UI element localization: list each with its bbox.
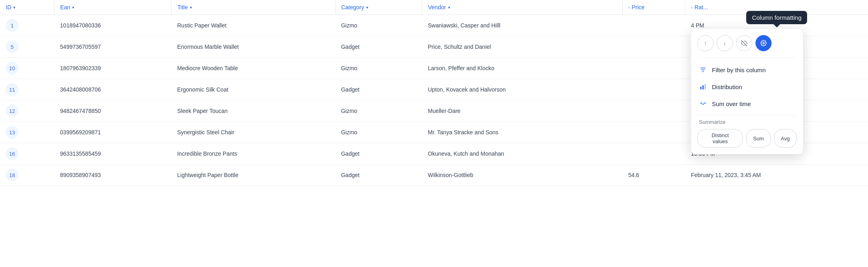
column-header-ean[interactable]: Ean ▾ (54, 0, 171, 15)
summarize-section-label: Summarize (699, 119, 795, 125)
move-up-button[interactable]: ↑ (697, 35, 714, 51)
svg-rect-7 (705, 84, 706, 90)
cell-ean: 0399569209871 (54, 122, 171, 143)
cell-category: Gadget (335, 165, 422, 186)
filter-icon (699, 66, 707, 73)
column-header-title[interactable]: Title ▾ (171, 0, 335, 15)
chevron-down-icon: ▾ (72, 5, 74, 10)
cell-vendor: Okuneva, Kutch and Monahan (422, 143, 623, 165)
cell-rating: February 11, 2023, 3:45 AM (685, 165, 868, 186)
cell-vendor: Price, Schultz and Daniel (422, 36, 623, 58)
cell-vendor: Mr. Tanya Stracke and Sons (422, 122, 623, 143)
distinct-values-button[interactable]: Distinct values (697, 129, 743, 148)
cell-ean: 9633135585459 (54, 143, 171, 165)
cell-ean: 8909358907493 (54, 165, 171, 186)
cell-title: Synergistic Steel Chair (171, 122, 335, 143)
cell-id: 10 (0, 58, 54, 79)
cell-title: Mediocre Wooden Table (171, 58, 335, 79)
hide-column-button[interactable] (736, 35, 752, 51)
column-header-id[interactable]: ID ▾ (0, 0, 54, 15)
cell-title: Lightweight Paper Bottle (171, 165, 335, 186)
popup-divider-2 (697, 115, 797, 116)
cell-category: Gadget (335, 79, 422, 100)
chevron-down-icon: ▾ (366, 5, 368, 10)
svg-rect-4 (702, 71, 704, 72)
filter-by-column-item[interactable]: Filter by this column (697, 61, 797, 78)
cell-title: Enormous Marble Wallet (171, 36, 335, 58)
table-row: 18 8909358907493 Lightweight Paper Bottl… (0, 165, 868, 186)
cell-vendor: Mueller-Dare (422, 100, 623, 122)
cell-vendor: Wilkinson-Gottlieb (422, 165, 623, 186)
cell-ean: 1807963902339 (54, 58, 171, 79)
distribution-item[interactable]: Distribution (697, 78, 797, 95)
cell-id: 12 (0, 100, 54, 122)
cell-price (622, 36, 685, 58)
cell-price (622, 100, 685, 122)
svg-rect-6 (703, 85, 704, 90)
cell-title: Incredible Bronze Pants (171, 143, 335, 165)
cell-category: Gadget (335, 36, 422, 58)
avg-button[interactable]: Avg (774, 129, 797, 148)
sum-over-time-label: Sum over time (712, 100, 751, 107)
cell-price (622, 122, 685, 143)
cell-category: Gizmo (335, 15, 422, 36)
svg-rect-5 (700, 87, 701, 90)
popup-action-buttons: ↑ ↓ (697, 35, 797, 51)
cell-category: Gadget (335, 143, 422, 165)
svg-rect-2 (700, 68, 706, 69)
cell-price (622, 143, 685, 165)
cell-title: Sleek Paper Toucan (171, 100, 335, 122)
svg-rect-3 (701, 69, 705, 70)
cell-title: Ergonomic Silk Coat (171, 79, 335, 100)
chevron-down-icon: ▾ (190, 5, 192, 10)
column-header-price[interactable]: ‹ Price (622, 0, 685, 15)
cell-title: Rustic Paper Wallet (171, 15, 335, 36)
sum-over-time-item[interactable]: Sum over time (697, 95, 797, 112)
column-header-vendor[interactable]: Vendor ▾ (422, 0, 623, 15)
cell-id: 1 (0, 15, 54, 36)
popup-divider-1 (697, 58, 797, 58)
cell-id: 5 (0, 36, 54, 58)
distribution-label: Distribution (712, 83, 742, 90)
cell-ean: 1018947080336 (54, 15, 171, 36)
cell-id: 18 (0, 165, 54, 186)
column-header-category[interactable]: Category ▾ (335, 0, 422, 15)
cell-price (622, 79, 685, 100)
cell-price (622, 15, 685, 36)
column-formatting-tooltip: Column formatting (746, 11, 807, 24)
sum-button[interactable]: Sum (746, 129, 771, 148)
cell-category: Gizmo (335, 122, 422, 143)
column-options-popup: Column formatting ↑ ↓ (691, 28, 803, 154)
bar-chart-icon (699, 83, 707, 90)
chevron-down-icon: ▾ (448, 5, 450, 10)
cell-vendor: Swaniawski, Casper and Hilll (422, 15, 623, 36)
chevron-down-icon: ‹ (691, 5, 692, 10)
move-down-button[interactable]: ↓ (717, 35, 733, 51)
summarize-buttons-group: Distinct values Sum Avg (697, 129, 797, 148)
cell-category: Gizmo (335, 100, 422, 122)
cell-id: 16 (0, 143, 54, 165)
cell-vendor: Larson, Pfeffer and Klocko (422, 58, 623, 79)
cell-price (622, 58, 685, 79)
cell-vendor: Upton, Kovacek and Halvorson (422, 79, 623, 100)
format-column-button[interactable] (755, 35, 772, 51)
cell-id: 13 (0, 122, 54, 143)
chevron-down-icon: ▾ (13, 5, 15, 10)
cell-ean: 9482467478850 (54, 100, 171, 122)
cell-id: 11 (0, 79, 54, 100)
wave-icon (699, 100, 707, 107)
filter-by-column-label: Filter by this column (712, 67, 766, 73)
table-header-row: ID ▾ Ean ▾ Title ▾ (0, 0, 868, 15)
cell-category: Gizmo (335, 58, 422, 79)
chevron-down-icon: ‹ (628, 5, 630, 10)
cell-price: 54.6 (622, 165, 685, 186)
cell-ean: 3642408008706 (54, 79, 171, 100)
cell-ean: 5499736705597 (54, 36, 171, 58)
